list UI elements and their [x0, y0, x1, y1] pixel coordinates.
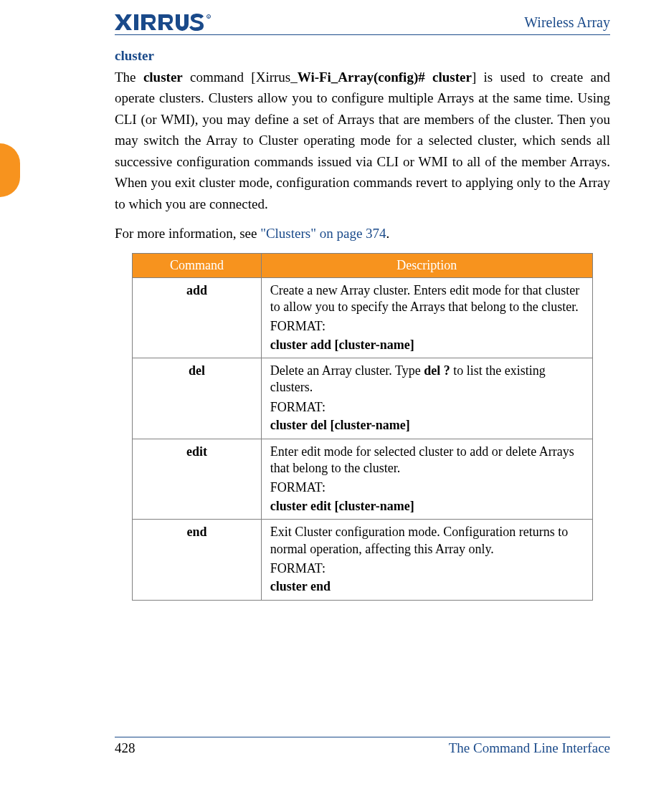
command-description: Enter edit mode for selected cluster to …	[261, 439, 592, 520]
format-label: FORMAT:	[270, 399, 584, 416]
svg-marker-0	[115, 14, 132, 30]
svg-rect-1	[134, 14, 138, 30]
command-name: add	[133, 277, 262, 358]
command-description: Create a new Array cluster. Enters edit …	[261, 277, 592, 358]
intro-paragraph-2: For more information, see "Clusters" on …	[115, 223, 610, 244]
xirrus-logo: R	[115, 13, 219, 32]
svg-text:R: R	[208, 15, 210, 19]
text-span: For more information, see	[115, 226, 260, 241]
text-span: .	[386, 226, 390, 241]
format-label: FORMAT:	[270, 560, 584, 577]
footer-chapter-title: The Command Line Interface	[449, 740, 610, 756]
page-footer: 428 The Command Line Interface	[115, 737, 610, 756]
text-span: Delete an Array cluster. Type	[270, 363, 424, 378]
bold-del-q: del ?	[424, 363, 450, 378]
document-title: Wireless Array	[524, 14, 610, 31]
bold-cluster: cluster	[143, 70, 183, 85]
format-label: FORMAT:	[270, 479, 584, 496]
intro-paragraph-1: The cluster command [Xirrus_Wi-Fi_Array(…	[115, 67, 610, 214]
command-name: end	[133, 520, 262, 601]
text-span: command [Xirrus_	[183, 70, 298, 85]
bold-prompt: Wi-Fi_Array(config)# cluster	[298, 70, 472, 85]
desc-text: Create a new Array cluster. Enters edit …	[270, 282, 584, 316]
text-span: The	[115, 70, 143, 85]
page-header: R Wireless Array	[115, 13, 610, 35]
desc-text: Enter edit mode for selected cluster to …	[270, 444, 584, 477]
side-tab-decoration	[0, 143, 20, 197]
format-command: cluster add [cluster-name]	[270, 337, 584, 353]
table-row: edit Enter edit mode for selected cluste…	[133, 439, 593, 520]
desc-text: Delete an Array cluster. Type del ? to l…	[270, 363, 584, 396]
table-row: del Delete an Array cluster. Type del ? …	[133, 358, 593, 439]
command-name: edit	[133, 439, 262, 520]
table-header-row: Command Description	[133, 253, 593, 277]
desc-text: Exit Cluster configuration mode. Configu…	[270, 524, 584, 558]
text-span: ] is used to create and operate clusters…	[115, 70, 610, 211]
clusters-xref-link[interactable]: "Clusters" on page 374	[260, 226, 386, 241]
page-number: 428	[115, 740, 136, 756]
command-name: del	[133, 358, 262, 439]
format-command: cluster end	[270, 578, 584, 595]
command-description: Delete an Array cluster. Type del ? to l…	[261, 358, 592, 439]
table-row: add Create a new Array cluster. Enters e…	[133, 277, 593, 358]
section-heading: cluster	[115, 48, 610, 64]
col-header-description: Description	[261, 253, 592, 277]
command-table: Command Description add Create a new Arr…	[132, 253, 593, 601]
col-header-command: Command	[133, 253, 262, 277]
format-label: FORMAT:	[270, 318, 584, 335]
format-command: cluster del [cluster-name]	[270, 417, 584, 434]
table-row: end Exit Cluster configuration mode. Con…	[133, 520, 593, 601]
format-command: cluster edit [cluster-name]	[270, 498, 584, 515]
command-description: Exit Cluster configuration mode. Configu…	[261, 520, 592, 601]
